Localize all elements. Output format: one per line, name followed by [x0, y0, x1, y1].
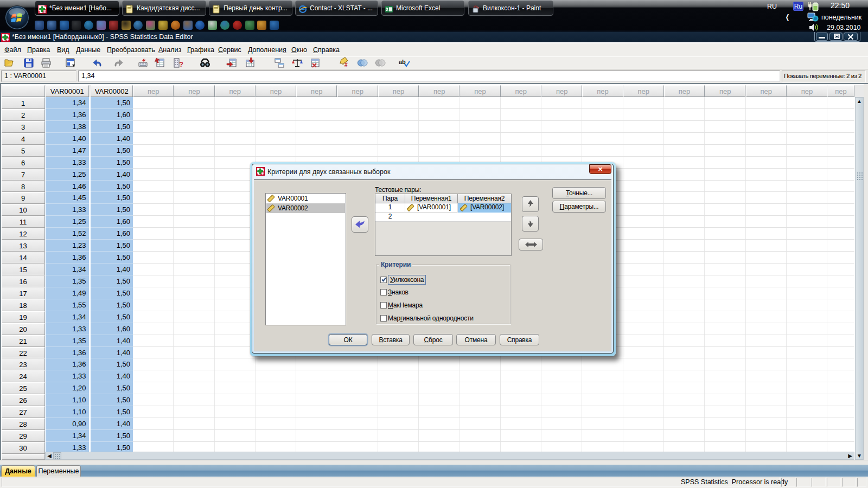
- svg-text:#: #: [344, 62, 348, 68]
- svg-text:?: ?: [179, 60, 183, 68]
